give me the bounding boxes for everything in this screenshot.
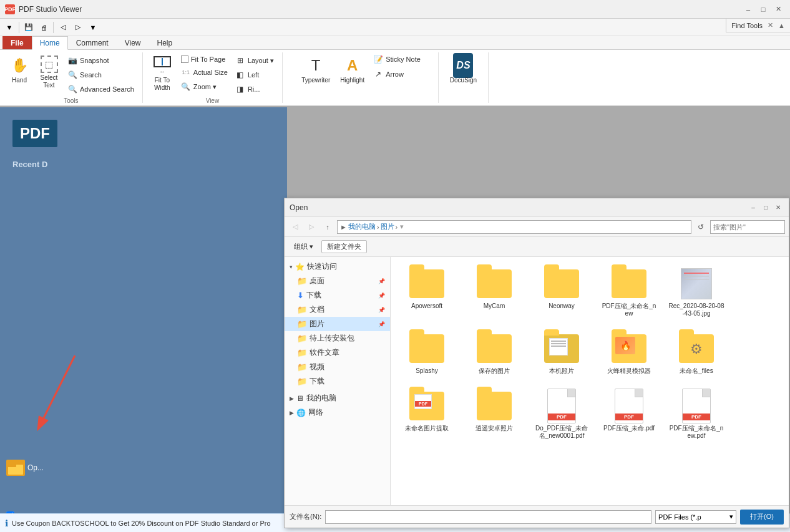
tab-home[interactable]: Home	[32, 36, 68, 50]
open-folder-icon[interactable]	[6, 460, 25, 476]
file-item-rec[interactable]: Rec_2020-08-20-08-43-05.jpg	[665, 262, 728, 322]
sidebar-videos[interactable]: 📁 视频	[285, 360, 390, 374]
tab-view[interactable]: View	[117, 36, 149, 49]
my-computer-section[interactable]: ▶ 🖥 我的电脑	[285, 391, 390, 405]
tab-file[interactable]: File	[2, 36, 32, 49]
qt-save-button[interactable]: 💾	[22, 21, 36, 34]
pdf-compress2-file-icon: PDF	[615, 389, 643, 423]
breadcrumb-my-computer[interactable]: 我的电脑	[348, 222, 376, 231]
neonway-icon-container	[543, 266, 580, 301]
dialog-close-button[interactable]: ✕	[773, 202, 784, 213]
tab-comment[interactable]: Comment	[68, 36, 117, 49]
address-dropdown-arrow[interactable]: ▾	[400, 223, 404, 231]
hand-tool-button[interactable]: ✋ Hand	[5, 52, 34, 87]
qt-dropdown-button[interactable]: ▼	[2, 21, 16, 34]
ribbon-group-docusign: DS DocuSign	[439, 52, 489, 103]
qt-undo-button[interactable]: ◁	[56, 21, 70, 34]
zoom-button[interactable]: 🔍 Zoom ▾	[178, 80, 231, 94]
qt-redo-button[interactable]: ▷	[71, 21, 85, 34]
pdf-compress2-badge: PDF	[615, 414, 643, 420]
do-pdf-badge: PDF	[548, 414, 575, 420]
network-section[interactable]: ▶ 🌐 网络	[285, 405, 390, 420]
sidebar-pictures[interactable]: 📁 图片 📌	[285, 317, 390, 331]
dialog-minimize-button[interactable]: –	[748, 202, 759, 213]
close-button[interactable]: ✕	[771, 2, 785, 16]
file-item-saved-images[interactable]: 保存的图片	[463, 327, 525, 379]
qt-print-button[interactable]: 🖨	[37, 21, 51, 34]
file-item-neonway[interactable]: Neonway	[530, 262, 593, 322]
highlight-icon: A	[343, 56, 363, 75]
file-grid: Apowersoft MyCam Neonway	[396, 262, 784, 444]
file-item-huofeng[interactable]: 🔥 火蜂精灵模拟器	[598, 327, 660, 379]
new-folder-button[interactable]: 新建文件夹	[321, 240, 367, 253]
file-item-pdf-compress[interactable]: PDF压缩_未命名_new	[598, 262, 660, 322]
file-item-pdf-new[interactable]: PDF PDF压缩_未命名_new.pdf	[665, 384, 728, 444]
minimize-button[interactable]: –	[741, 2, 755, 16]
file-item-xiaoyao[interactable]: 逍遥安卓照片	[463, 384, 525, 444]
open-confirm-button[interactable]: 打开(O)	[740, 510, 784, 525]
highlight-button[interactable]: A Highlight	[336, 52, 369, 87]
view-small-buttons: Fit To Page 1:1 Actual Size 🔍 Zoom ▾	[178, 52, 231, 94]
find-tools-close-button[interactable]: ✕	[766, 21, 774, 29]
sticky-note-button[interactable]: 📝 Sticky Note	[370, 52, 424, 66]
sidebar-downloads2[interactable]: 📁 下载	[285, 374, 390, 389]
sidebar-desktop[interactable]: 📁 桌面 📌	[285, 274, 390, 288]
layout-button[interactable]: ⊞ Layout ▾	[232, 54, 277, 67]
fit-to-width-button[interactable]: ↔ Fit ToWidth	[148, 52, 177, 95]
my-computer-toggle: ▶	[290, 395, 294, 402]
neonway-label: Neonway	[549, 302, 575, 310]
tools-small-buttons: 📷 Snapshot 🔍 Search 🔍 Advanced Search	[64, 52, 137, 96]
file-item-unnamed-files[interactable]: 未命名_files	[665, 327, 728, 379]
pdf-new-file-icon: PDF	[682, 389, 711, 423]
select-text-button[interactable]: ⬚ SelectText	[35, 52, 63, 92]
fit-to-page-button[interactable]: Fit To Page	[178, 54, 231, 65]
sidebar-pending-install[interactable]: 📁 待上传安装包	[285, 331, 390, 346]
tab-help[interactable]: Help	[149, 36, 181, 49]
docusign-button[interactable]: DS DocuSign	[446, 52, 481, 87]
filetype-dropdown[interactable]: PDF Files (*.p ▾	[655, 510, 736, 524]
organize-button[interactable]: 组织 ▾	[290, 240, 318, 253]
arrow-button[interactable]: ↗ Arrow	[370, 67, 424, 81]
breadcrumb-pictures[interactable]: 图片	[381, 222, 394, 231]
splashy-icon-container	[408, 331, 446, 365]
snapshot-button[interactable]: 📷 Snapshot	[64, 54, 137, 67]
quick-access-section[interactable]: ▾ ⭐ 快速访问	[285, 259, 390, 274]
up-button[interactable]: ↑	[321, 220, 334, 234]
sidebar-software-articles[interactable]: 📁 软件文章	[285, 346, 390, 360]
typewriter-button[interactable]: T Typewriter	[297, 52, 334, 87]
file-item-mycam[interactable]: MyCam	[463, 262, 525, 322]
forward-button[interactable]: ▷	[305, 220, 318, 234]
huofeng-folder-icon: 🔥	[612, 334, 646, 363]
recent-docs-title: Recent D	[12, 160, 275, 169]
file-item-splashy[interactable]: Splashy	[396, 327, 458, 379]
dialog-maximize-button[interactable]: □	[760, 202, 771, 213]
network-icon: 🌐	[296, 409, 306, 417]
file-item-do-pdf[interactable]: PDF Do_PDF压缩_未命名_new0001.pdf	[530, 384, 593, 444]
file-item-apowersoft[interactable]: Apowersoft	[396, 262, 458, 322]
left-button[interactable]: ◧ Left	[232, 68, 277, 82]
search-input[interactable]	[710, 220, 785, 234]
quick-access-label: 快速访问	[307, 261, 337, 272]
qt-more-button[interactable]: ▼	[86, 21, 100, 34]
mycam-folder-icon	[477, 269, 512, 298]
address-bar[interactable]: ► 我的电脑 › 图片 › ▾	[337, 220, 691, 234]
advanced-search-button[interactable]: 🔍 Advanced Search	[64, 82, 137, 96]
file-item-image-extract[interactable]: PDF 未命名图片提取	[396, 384, 458, 444]
file-item-camera-roll[interactable]: 本机照片	[530, 327, 593, 379]
filename-input[interactable]	[325, 510, 651, 524]
right-button[interactable]: ◨ Ri...	[232, 82, 277, 96]
find-tools-expand-button[interactable]: ▲	[778, 22, 785, 29]
title-bar-left: PDF PDF Studio Viewer	[5, 4, 82, 14]
camera-roll-icon-container	[543, 331, 580, 365]
search-button[interactable]: 🔍 Search	[64, 68, 137, 82]
file-item-pdf-compress2[interactable]: PDF PDF压缩_未命.pdf	[598, 384, 660, 444]
layout-buttons: ⊞ Layout ▾ ◧ Left ◨ Ri...	[232, 52, 277, 96]
maximize-button[interactable]: □	[756, 2, 770, 16]
back-button[interactable]: ◁	[288, 220, 302, 234]
refresh-button[interactable]: ↺	[694, 220, 708, 234]
actual-size-button[interactable]: 1:1 Actual Size	[178, 65, 231, 79]
sidebar-downloads[interactable]: ⬇ 下载 📌	[285, 288, 390, 302]
typewriter-label: Typewriter	[301, 77, 330, 84]
sidebar-documents[interactable]: 📁 文档 📌	[285, 302, 390, 317]
promo-info-icon: ℹ	[5, 518, 8, 528]
